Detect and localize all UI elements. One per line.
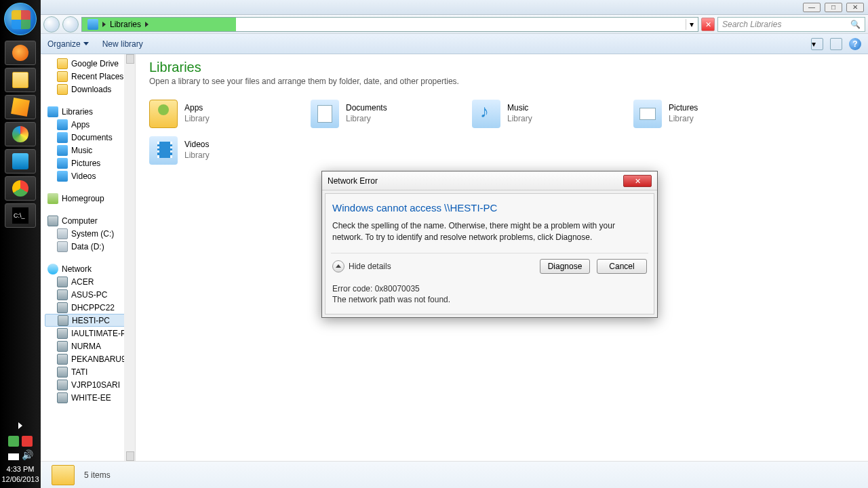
tree-item[interactable]: PEKANBARU9 [45, 352, 135, 365]
tree-item[interactable]: Google Drive [45, 57, 135, 70]
bg-max-button[interactable]: □ [825, 3, 842, 12]
tree-item[interactable]: Music [45, 144, 135, 157]
diagnose-button[interactable]: Diagnose [540, 259, 590, 274]
error-description: The network path was not found. [332, 294, 647, 306]
library-item[interactable]: VideosLibrary [149, 132, 311, 169]
folder-icon [12, 72, 28, 88]
computer-icon [57, 328, 68, 339]
dialog-title: Network Error [328, 176, 378, 186]
library-icon [57, 158, 68, 169]
tray-icon[interactable] [8, 436, 19, 447]
library-item[interactable]: AppsLibrary [149, 96, 311, 132]
new-library-button[interactable]: New library [102, 39, 143, 49]
tb-firefox[interactable] [5, 41, 36, 65]
forward-button[interactable] [62, 16, 79, 33]
tree-item[interactable]: NURMA [45, 340, 135, 352]
tree-item[interactable]: ACER [45, 275, 135, 288]
help-button[interactable]: ? [849, 38, 861, 50]
address-bar[interactable]: Libraries ▾ [81, 17, 698, 32]
nav-tree: Google DriveRecent PlacesDownloads Libra… [41, 54, 136, 461]
tree-scrollbar[interactable] [124, 54, 135, 461]
preview-pane-button[interactable] [830, 38, 842, 50]
clock-time: 4:33 PM [1, 464, 39, 474]
tree-item[interactable]: Recent Places [45, 70, 135, 83]
tb-app2[interactable] [5, 149, 36, 174]
library-icon [149, 100, 178, 128]
system-tray: 🔊 [3, 433, 37, 463]
tb-app1[interactable] [5, 122, 36, 146]
dialog-titlebar[interactable]: Network Error ✕ [322, 171, 657, 190]
library-item[interactable]: DocumentsLibrary [311, 96, 472, 132]
organize-menu[interactable]: Organize [47, 39, 89, 49]
tray-network-icon[interactable] [8, 449, 19, 460]
tree-item[interactable]: IAULTIMATE-PC [45, 327, 135, 340]
tree-homegroup[interactable]: Homegroup [45, 192, 135, 205]
tree-item[interactable]: ASUS-PC [45, 288, 135, 301]
tree-computer[interactable]: Computer [45, 214, 135, 227]
breadcrumb-item[interactable]: Libraries [110, 20, 141, 29]
tree-item[interactable]: DHCPPC22 [45, 301, 135, 314]
tray-icon[interactable] [22, 436, 33, 447]
address-stop-button[interactable]: ✕ [701, 18, 715, 31]
library-icon [57, 145, 68, 156]
tree-item[interactable]: WHITE-EE [45, 391, 135, 404]
bg-min-button[interactable]: — [803, 3, 821, 12]
bg-close-button[interactable]: ✕ [846, 3, 864, 12]
tree-item[interactable]: Downloads [45, 83, 135, 96]
cancel-button[interactable]: Cancel [597, 259, 647, 274]
computer-icon [57, 277, 68, 287]
tree-item[interactable]: Pictures [45, 157, 135, 169]
library-icon [87, 19, 98, 30]
terminal-icon: C:\_ [12, 207, 28, 224]
computer-icon [58, 315, 68, 326]
library-icon [57, 132, 68, 143]
start-button[interactable] [4, 3, 37, 35]
tray-volume-icon[interactable]: 🔊 [22, 449, 33, 460]
tree-item[interactable]: VJRP10SARI [45, 378, 135, 391]
tree-item[interactable]: Videos [45, 169, 135, 182]
folder-icon [57, 71, 68, 82]
tree-item[interactable]: Apps [45, 118, 135, 131]
library-icon [472, 100, 500, 128]
app-icon [12, 126, 28, 142]
computer-icon [57, 302, 68, 313]
tree-item[interactable]: System (C:) [45, 227, 135, 240]
homegroup-icon [47, 193, 58, 204]
tb-chrome[interactable] [5, 176, 36, 201]
tree-item[interactable]: HESTI-PC [45, 314, 135, 327]
command-bar: Organize New library ▾ ? [41, 34, 868, 54]
search-input[interactable]: Search Libraries 🔍 [717, 17, 865, 32]
view-options-button[interactable]: ▾ [811, 38, 823, 50]
taskbar: C:\_ 🔊 4:33 PM 12/06/2013 [0, 0, 41, 488]
library-icon [57, 119, 68, 130]
tree-item[interactable]: Data (D:) [45, 240, 135, 253]
tree-item[interactable]: TATI [45, 365, 135, 378]
dialog-message: Check the spelling of the name. Otherwis… [331, 220, 648, 253]
taskbar-clock[interactable]: 4:33 PM 12/06/2013 [1, 463, 39, 488]
nav-toolbar: Libraries ▾ ✕ Search Libraries 🔍 [41, 15, 868, 34]
computer-icon [47, 216, 58, 226]
chevron-right-icon [145, 22, 149, 27]
address-dropdown[interactable]: ▾ [686, 19, 696, 30]
computer-icon [57, 354, 68, 365]
hide-details-toggle[interactable]: Hide details [332, 260, 391, 272]
winamp-icon [11, 98, 30, 117]
computer-icon [57, 380, 68, 390]
dialog-close-button[interactable]: ✕ [623, 175, 652, 187]
chrome-icon [12, 180, 28, 197]
tree-item[interactable]: Documents [45, 131, 135, 144]
tree-network[interactable]: Network [45, 262, 135, 275]
tb-explorer[interactable] [5, 68, 36, 92]
library-icon [149, 136, 178, 165]
library-item[interactable]: PicturesLibrary [633, 96, 795, 132]
tray-expand-icon[interactable] [18, 422, 22, 429]
search-icon: 🔍 [850, 20, 861, 29]
tb-cmd[interactable]: C:\_ [5, 203, 36, 228]
desktop: — □ ✕ Libraries ▾ ✕ Search Libraries 🔍 [41, 0, 868, 488]
tb-winamp[interactable] [5, 95, 36, 119]
folder-icon [52, 465, 75, 485]
status-text: 5 items [84, 470, 111, 480]
back-button[interactable] [43, 16, 60, 33]
library-item[interactable]: MusicLibrary [472, 96, 633, 132]
tree-libraries[interactable]: Libraries [45, 105, 135, 118]
